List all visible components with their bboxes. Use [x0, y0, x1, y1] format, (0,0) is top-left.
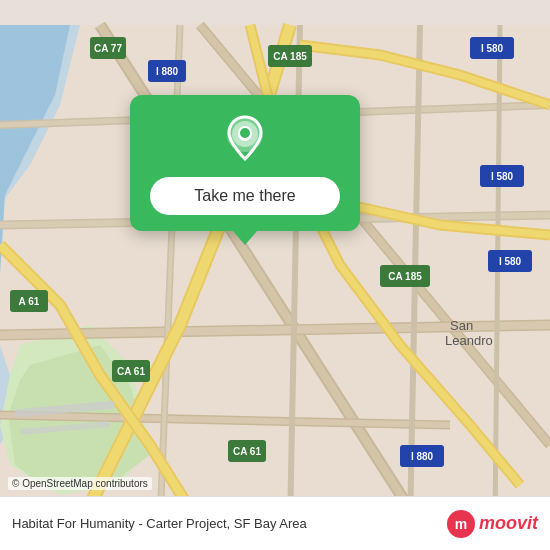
svg-text:CA 61: CA 61 — [117, 366, 145, 377]
svg-text:CA 61: CA 61 — [233, 446, 261, 457]
svg-text:CA 77: CA 77 — [94, 43, 122, 54]
location-title: Habitat For Humanity - Carter Project, S… — [12, 516, 447, 531]
svg-text:CA 185: CA 185 — [388, 271, 422, 282]
map-container: CA 77 I 880 CA 185 I 580 I 580 35 CA 185… — [0, 0, 550, 550]
moovit-logo: m moovit — [447, 510, 538, 538]
svg-text:I 880: I 880 — [156, 66, 179, 77]
svg-text:San: San — [450, 318, 473, 333]
svg-text:A 61: A 61 — [19, 296, 40, 307]
svg-point-53 — [239, 127, 251, 139]
bottom-bar: Habitat For Humanity - Carter Project, S… — [0, 496, 550, 550]
take-me-there-button[interactable]: Take me there — [150, 177, 340, 215]
moovit-text: moovit — [479, 513, 538, 534]
svg-text:I 880: I 880 — [411, 451, 434, 462]
svg-text:Leandro: Leandro — [445, 333, 493, 348]
moovit-icon: m — [447, 510, 475, 538]
svg-text:I 580: I 580 — [499, 256, 522, 267]
osm-attribution: © OpenStreetMap contributors — [8, 477, 152, 490]
location-popup: Take me there — [130, 95, 360, 231]
location-pin-icon — [219, 113, 271, 165]
svg-text:CA 185: CA 185 — [273, 51, 307, 62]
svg-text:I 580: I 580 — [491, 171, 514, 182]
map-background: CA 77 I 880 CA 185 I 580 I 580 35 CA 185… — [0, 0, 550, 550]
svg-text:I 580: I 580 — [481, 43, 504, 54]
